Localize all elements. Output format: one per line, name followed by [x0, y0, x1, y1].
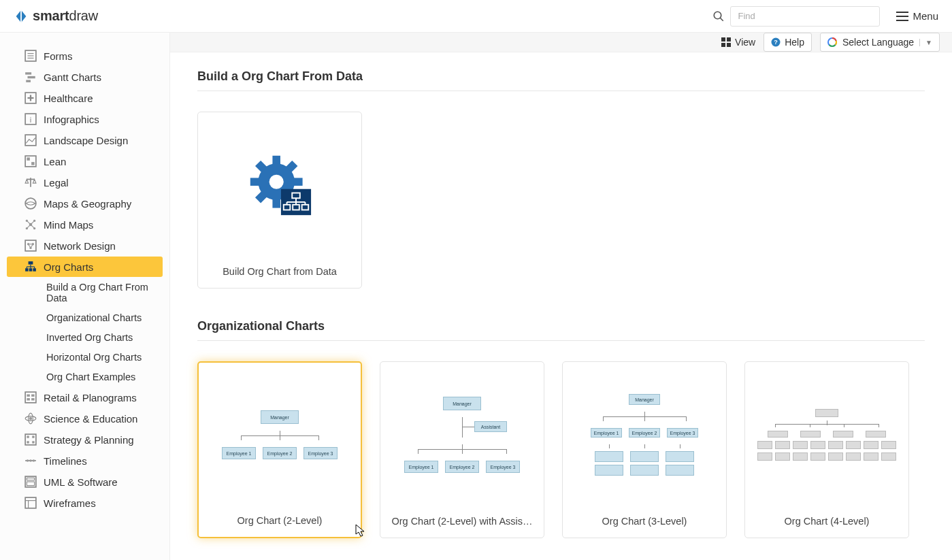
sidebar-item-forms[interactable]: Forms	[7, 46, 163, 66]
card-thumb	[745, 362, 908, 508]
sidebar-item-gantt[interactable]: Gantt Charts	[7, 67, 163, 87]
card-org-2level[interactable]: Manager Employee 1 Employee 2 Employee 3	[197, 361, 362, 538]
svg-point-0	[715, 12, 722, 19]
gantt-icon	[24, 71, 37, 83]
legal-icon	[24, 176, 37, 188]
card-thumb: Manager Employee 1 Employee 2 Employee 3	[199, 363, 361, 507]
sidebar-item-wireframes[interactable]: Wireframes	[7, 493, 163, 513]
card-build-from-data[interactable]: Build Org Chart from Data	[197, 112, 362, 289]
svg-rect-10	[28, 76, 35, 78]
svg-text:i: i	[30, 116, 32, 124]
sidebar-item-landscape[interactable]: Landscape Design	[7, 130, 163, 150]
sidebar: Forms Gantt Charts Healthcare iInfograph…	[0, 33, 170, 560]
svg-line-29	[27, 220, 31, 225]
sidebar-item-label: Legal	[44, 177, 69, 188]
sidebar-item-infographics[interactable]: iInfographics	[7, 109, 163, 129]
svg-line-30	[31, 220, 35, 225]
card-label: Org Chart (3-Level)	[563, 508, 726, 538]
menu-button[interactable]: Menu	[896, 10, 938, 22]
sidebar-item-label: Retail & Planograms	[44, 392, 137, 403]
lean-icon	[24, 155, 37, 167]
card-label: Org Chart (2-Level)	[199, 507, 361, 537]
wireframe-icon	[24, 497, 37, 509]
svg-rect-68	[27, 482, 34, 486]
sidebar-item-timelines[interactable]: Timelines	[7, 450, 163, 471]
logo[interactable]: smartdraw	[14, 8, 98, 24]
sidebar-item-label: Timelines	[44, 455, 87, 467]
svg-rect-82	[293, 178, 302, 186]
orgchart-icon	[24, 261, 37, 273]
sidebar-item-label: Mind Maps	[44, 219, 93, 231]
help-button[interactable]: ? Help	[764, 33, 812, 52]
sidebar-item-legal[interactable]: Legal	[7, 172, 163, 193]
svg-rect-59	[32, 435, 34, 438]
search-input[interactable]	[730, 6, 880, 27]
sidebar-item-label: Healthcare	[44, 93, 93, 104]
card-thumb: Manager Assistant Employe	[380, 362, 544, 508]
search	[712, 6, 880, 27]
sidebar-item-network[interactable]: Network Design	[7, 235, 163, 256]
svg-rect-50	[27, 395, 30, 397]
uml-icon	[24, 476, 37, 488]
card-label: Org Chart (4-Level)	[745, 508, 908, 538]
sidebar-item-label: Maps & Geography	[44, 198, 131, 210]
svg-rect-81	[250, 178, 259, 186]
card-thumb: Manager Employee 1 Employee 2 Employee 3	[563, 362, 726, 508]
sidebar-sub-organizational[interactable]: Organizational Charts	[7, 308, 163, 327]
sidebar-item-label: UML & Software	[44, 476, 118, 488]
view-button[interactable]: View	[721, 37, 755, 48]
svg-point-87	[269, 175, 284, 189]
sidebar-item-maps[interactable]: Maps & Geography	[7, 193, 163, 214]
strategy-icon	[24, 433, 37, 446]
svg-rect-19	[27, 157, 30, 161]
svg-point-63	[27, 459, 29, 461]
help-label: Help	[785, 37, 804, 48]
hamburger-icon	[896, 12, 908, 21]
section-title-org: Organizational Charts	[197, 319, 925, 341]
card-thumb	[198, 112, 361, 258]
sidebar-sub-horizontal[interactable]: Horizontal Org Charts	[7, 348, 163, 367]
svg-rect-42	[29, 268, 33, 271]
svg-rect-43	[33, 268, 36, 271]
sidebar-item-mindmap[interactable]: Mind Maps	[7, 214, 163, 235]
topbar: smartdraw Menu	[0, 0, 952, 33]
language-select[interactable]: Select Language ▼	[820, 33, 940, 52]
sidebar-sub-examples[interactable]: Org Chart Examples	[7, 367, 163, 386]
logo-icon	[14, 9, 29, 24]
logo-text: smartdraw	[33, 8, 98, 24]
sidebar-item-uml[interactable]: UML & Software	[7, 472, 163, 492]
sidebar-item-healthcare[interactable]: Healthcare	[7, 88, 163, 108]
healthcare-icon	[24, 92, 37, 104]
sidebar-item-retail[interactable]: Retail & Planograms	[7, 387, 163, 408]
infographics-icon: i	[24, 113, 37, 125]
svg-rect-60	[27, 441, 29, 443]
menu-label: Menu	[913, 10, 938, 22]
sidebar-item-label: Wireframes	[44, 497, 96, 509]
toolbar: View ? Help Select Language ▼	[170, 33, 952, 52]
sidebar-item-lean[interactable]: Lean	[7, 151, 163, 171]
sidebar-item-label: Forms	[44, 50, 73, 62]
card-org-3level[interactable]: Manager Employee 1 Employee 2 Employee 3	[562, 361, 727, 538]
svg-text:?: ?	[774, 39, 778, 46]
sidebar-item-label: Network Design	[44, 240, 116, 252]
sidebar-item-orgcharts[interactable]: Org Charts	[7, 257, 163, 277]
svg-point-64	[29, 459, 31, 461]
sidebar-item-strategy[interactable]: Strategy & Planning	[7, 429, 163, 450]
search-icon[interactable]	[712, 10, 725, 22]
chevron-down-icon: ▼	[919, 39, 932, 46]
svg-rect-41	[25, 268, 29, 271]
help-icon: ?	[771, 37, 781, 47]
sidebar-item-science[interactable]: Science & Education	[7, 408, 163, 429]
svg-rect-74	[721, 43, 725, 47]
sidebar-sub-inverted[interactable]: Inverted Org Charts	[7, 328, 163, 347]
svg-line-32	[31, 225, 35, 229]
landscape-icon	[24, 134, 37, 146]
sidebar-sub-build-from-data[interactable]: Build a Org Chart From Data	[7, 278, 163, 308]
card-org-4level[interactable]: Org Chart (4-Level)	[744, 361, 909, 538]
svg-rect-72	[721, 37, 725, 42]
svg-rect-20	[31, 162, 35, 165]
card-org-2level-assistant[interactable]: Manager Assistant Employe	[380, 361, 544, 538]
svg-rect-67	[27, 478, 34, 480]
svg-rect-58	[27, 435, 29, 438]
svg-point-54	[29, 417, 33, 421]
